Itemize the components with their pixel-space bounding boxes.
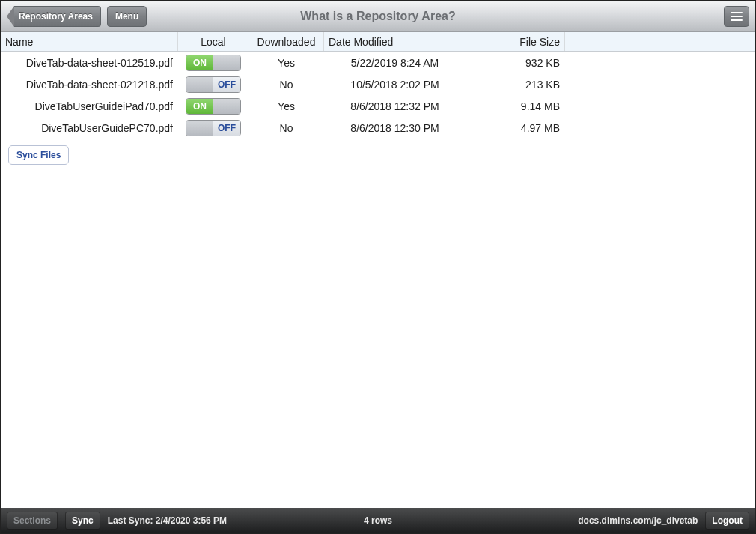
local-toggle[interactable] [186,98,241,115]
host-text: docs.dimins.com/jc_divetab [578,515,698,526]
menu-button[interactable]: Menu [107,6,147,27]
cell-date: 8/6/2018 12:32 PM [324,95,466,117]
cell-local [178,73,249,95]
sync-files-label: Sync Files [16,150,61,160]
cell-date: 5/22/2019 8:24 AM [324,52,466,73]
header-bar: Repository Areas Menu What is a Reposito… [1,1,755,32]
cell-date: 10/5/2018 2:02 PM [324,73,466,95]
col-header-spacer [565,32,755,51]
local-toggle[interactable] [186,120,241,136]
cell-name: DiveTabUserGuideiPad70.pdf [1,95,178,117]
hamburger-button[interactable] [724,6,749,27]
cell-downloaded: Yes [249,52,324,73]
sync-row: Sync Files [1,139,755,171]
cell-downloaded: No [249,73,324,95]
cell-local [178,117,249,139]
back-button[interactable]: Repository Areas [7,6,101,27]
cell-downloaded: No [249,117,324,139]
table-row[interactable]: DiveTab-data-sheet-012519.pdfYes5/22/201… [1,52,755,73]
cell-size: 4.97 MB [466,117,565,139]
table-header-row: Name Local Downloaded Date Modified File… [1,32,755,52]
col-header-date[interactable]: Date Modified [324,32,466,51]
cell-size: 9.14 MB [466,95,565,117]
col-header-downloaded[interactable]: Downloaded [249,32,324,51]
table-row[interactable]: DiveTabUserGuideiPad70.pdfYes8/6/2018 12… [1,95,755,117]
menu-button-label: Menu [115,11,138,22]
col-header-name[interactable]: Name [1,32,178,51]
cell-name: DiveTab-data-sheet-012519.pdf [1,52,178,73]
chevron-left-icon [7,6,14,27]
cell-name: DiveTab-data-sheet-021218.pdf [1,73,178,95]
cell-downloaded: Yes [249,95,324,117]
sync-button[interactable]: Sync [65,512,100,530]
col-header-local[interactable]: Local [178,32,249,51]
content-spacer [1,171,755,508]
sync-files-button[interactable]: Sync Files [8,145,69,165]
sections-button[interactable]: Sections [7,512,58,530]
cell-local [178,95,249,117]
last-sync-text: Last Sync: 2/4/2020 3:56 PM [108,515,227,526]
table-row[interactable]: DiveTabUserGuidePC70.pdfNo8/6/2018 12:30… [1,117,755,139]
cell-local [178,52,249,73]
table-row[interactable]: DiveTab-data-sheet-021218.pdfNo10/5/2018… [1,73,755,95]
cell-name: DiveTabUserGuidePC70.pdf [1,117,178,139]
footer-bar: Sections Sync Last Sync: 2/4/2020 3:56 P… [1,508,755,533]
logout-button[interactable]: Logout [705,512,749,530]
local-toggle[interactable] [186,76,241,93]
cell-size: 213 KB [466,73,565,95]
cell-date: 8/6/2018 12:30 PM [324,117,466,139]
file-table: Name Local Downloaded Date Modified File… [1,32,755,139]
back-button-label: Repository Areas [14,6,101,27]
hamburger-icon [731,12,743,13]
col-header-size[interactable]: File Size [466,32,565,51]
local-toggle[interactable] [186,55,241,71]
cell-size: 932 KB [466,52,565,73]
